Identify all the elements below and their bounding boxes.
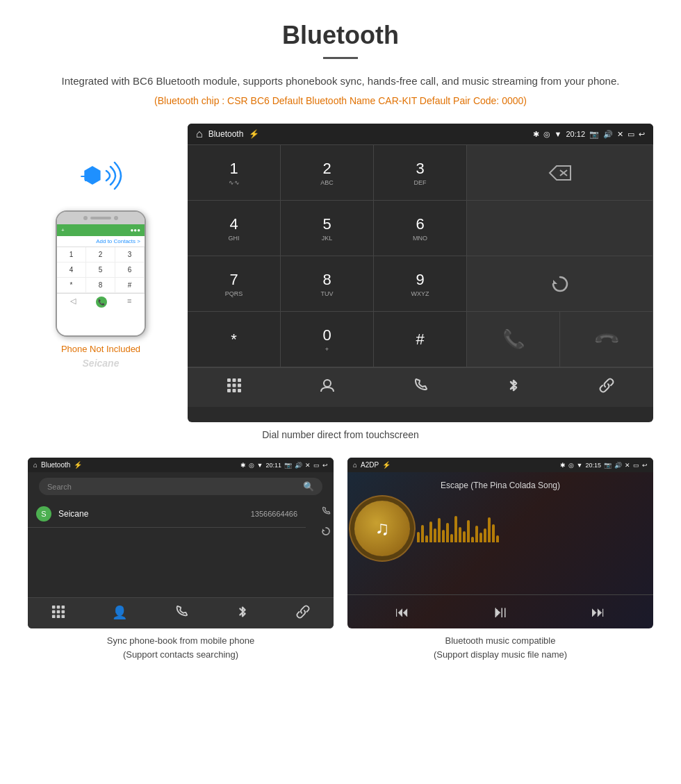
dial-bottom-contacts[interactable] — [320, 378, 335, 397]
svg-rect-20 — [61, 610, 65, 614]
status-left: ⌂ Bluetooth ⚡ — [196, 128, 259, 140]
pb-location-icon: ◎ — [249, 462, 254, 469]
pb-refresh-side-icon[interactable] — [321, 526, 331, 538]
contact-name: Seicane — [58, 509, 251, 519]
pb-status-bar: ⌂ Bluetooth ⚡ ✱ ◎ ▼ 20:11 📷 🔊 ✕ ▭ ↩ — [28, 458, 334, 472]
dial-bottom-keypad[interactable] — [227, 378, 242, 397]
music-visualizer — [417, 515, 499, 542]
pb-search-bar[interactable]: Search 🔍 — [39, 478, 322, 495]
music-next-icon[interactable]: ⏭ — [591, 604, 605, 620]
music-wifi-icon: ▼ — [577, 462, 583, 469]
music-main: ♫ — [347, 494, 653, 563]
dial-key-0[interactable]: 0+ — [281, 312, 374, 367]
vis-bar — [475, 526, 478, 542]
backspace-icon — [548, 165, 572, 181]
pb-home-icon: ⌂ — [33, 461, 38, 469]
pb-status-left: ⌂ Bluetooth ⚡ — [33, 461, 82, 469]
dial-key-empty-1 — [467, 201, 653, 256]
svg-rect-10 — [227, 389, 231, 392]
phone-signal: ●●● — [131, 227, 141, 233]
pb-bottom-phone[interactable] — [174, 605, 188, 622]
vis-bar — [496, 535, 499, 542]
dial-key-call-red[interactable]: 📞 — [560, 312, 653, 367]
status-right: ✱ ◎ ▼ 20:12 📷 🔊 ✕ ▭ ↩ — [533, 130, 645, 139]
pb-bottom-bt[interactable] — [236, 605, 249, 622]
dial-key-6[interactable]: 6MNO — [374, 201, 467, 256]
contact-initial: S — [41, 510, 46, 518]
vis-bar — [417, 532, 420, 542]
music-spacer — [347, 563, 653, 594]
phone-contact-label: Add to Contacts > — [57, 236, 145, 247]
dial-key-7[interactable]: 7PQRS — [188, 256, 281, 312]
pb-contact-row[interactable]: S Seicane 13566664466 — [28, 501, 306, 528]
phone-screen: + ●●● Add to Contacts > 1 2 3 4 5 6 * 8 — [57, 224, 145, 335]
dial-key-4[interactable]: 4GHI — [188, 201, 281, 256]
dial-key-3[interactable]: 3DEF — [374, 145, 467, 201]
specs-line: (Bluetooth chip : CSR BC6 Default Blueto… — [28, 95, 653, 106]
pb-bottom-keypad[interactable] — [51, 605, 65, 622]
dial-status-bar: ⌂ Bluetooth ⚡ ✱ ◎ ▼ 20:12 📷 🔊 ✕ ▭ ↩ — [188, 124, 653, 144]
phone-key-4: 4 — [57, 262, 86, 278]
dial-bottom-bt[interactable] — [506, 378, 521, 397]
music-home-icon: ⌂ — [353, 461, 357, 469]
vis-bar — [421, 525, 424, 542]
music-playpause-icon[interactable]: ⏯ — [492, 602, 509, 622]
music-back-icon: ↩ — [642, 462, 648, 469]
dial-bottom-link[interactable] — [599, 378, 614, 397]
pb-search-container: Search 🔍 — [33, 478, 328, 495]
pb-search-icon: 🔍 — [303, 481, 314, 492]
svg-point-13 — [324, 380, 331, 387]
vis-bar — [438, 518, 441, 542]
pb-contact-list: S Seicane 13566664466 — [28, 501, 334, 528]
vis-bar — [492, 524, 495, 542]
phone-key-star: * — [57, 278, 86, 293]
pb-bottom-link[interactable] — [296, 605, 310, 622]
dial-key-1[interactable]: 1∿∿ — [188, 145, 281, 201]
dial-bottom-bar — [188, 367, 653, 407]
svg-rect-21 — [52, 615, 56, 619]
music-camera-icon: 📷 — [604, 462, 612, 469]
dial-key-8[interactable]: 8TUV — [281, 256, 374, 312]
vis-bar — [425, 535, 428, 542]
music-status-right: ✱ ◎ ▼ 20:15 📷 🔊 ✕ ▭ ↩ — [560, 462, 648, 469]
dial-key-star[interactable]: * — [188, 312, 281, 367]
vis-bar — [459, 527, 461, 542]
phone-status: + — [61, 227, 65, 233]
pb-search-placeholder: Search — [47, 483, 72, 491]
phone-call-btn: 📞 — [96, 297, 107, 308]
dial-screen: ⌂ Bluetooth ⚡ ✱ ◎ ▼ 20:12 📷 🔊 ✕ ▭ ↩ — [188, 124, 653, 422]
phonebook-screen: ⌂ Bluetooth ⚡ ✱ ◎ ▼ 20:11 📷 🔊 ✕ ▭ ↩ — [28, 458, 334, 628]
vis-bar — [471, 537, 474, 542]
phone-key-5: 5 — [86, 262, 115, 278]
svg-rect-15 — [52, 606, 56, 609]
vis-bar — [467, 520, 470, 542]
phone-menu-icon: ≡ — [127, 297, 131, 308]
dial-key-hash[interactable]: # — [374, 312, 467, 367]
dial-key-2[interactable]: 2ABC — [281, 145, 374, 201]
music-album-art: ♫ — [354, 501, 410, 556]
dial-key-refresh[interactable] — [467, 256, 653, 312]
dial-key-5[interactable]: 5JKL — [281, 201, 374, 256]
music-screen: ⌂ A2DP ⚡ ✱ ◎ ▼ 20:15 📷 🔊 ✕ ▭ ↩ — [347, 458, 653, 628]
vis-bar — [450, 534, 453, 542]
music-prev-icon[interactable]: ⏮ — [395, 604, 409, 620]
dial-key-call-green[interactable]: 📞 — [467, 312, 560, 367]
svg-rect-19 — [57, 610, 60, 614]
pb-bottom-contacts[interactable]: 👤 — [112, 605, 127, 622]
dial-key-backspace[interactable] — [467, 145, 653, 201]
phone-top-bar — [57, 212, 145, 224]
phone-illustration: + ⬢ — [28, 124, 174, 369]
close-icon: ✕ — [617, 130, 623, 139]
bottom-screens: ⌂ Bluetooth ⚡ ✱ ◎ ▼ 20:11 📷 🔊 ✕ ▭ ↩ — [28, 458, 653, 661]
dial-bottom-phone[interactable] — [413, 378, 428, 397]
camera-icon: 📷 — [589, 130, 599, 139]
svg-rect-12 — [238, 389, 241, 392]
svg-rect-5 — [233, 378, 236, 382]
pb-time: 20:11 — [265, 462, 281, 469]
dial-caption: Dial number direct from touchscreen — [28, 429, 653, 440]
dial-key-9[interactable]: 9WXYZ — [374, 256, 467, 312]
phone-bottom: ◁ 📞 ≡ — [57, 293, 145, 310]
pb-back-icon: ↩ — [322, 462, 328, 469]
pb-phone-side-icon[interactable] — [321, 506, 331, 518]
vis-bar — [429, 522, 432, 542]
